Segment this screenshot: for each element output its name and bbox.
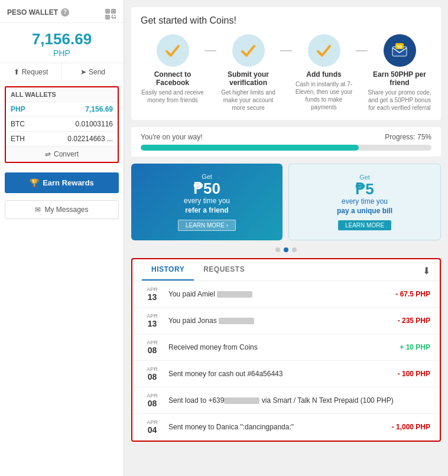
- step-add-funds-name: Add funds: [306, 70, 341, 79]
- progress-fill: [141, 145, 359, 151]
- svg-rect-4: [113, 11, 115, 12]
- promo-dot-1[interactable]: [275, 247, 280, 252]
- wallet-row-eth[interactable]: ETH 0.02214663 ...: [6, 132, 118, 146]
- all-wallets-section: ALL WALLETS PHP 7,156.69 BTC 0.01003116 …: [5, 86, 119, 163]
- history-amount-4: - 100 PHP: [398, 370, 430, 378]
- step-verification-name: Submit your verification: [216, 70, 280, 87]
- request-icon: ⬆: [14, 68, 20, 76]
- promo-get-label: Get: [202, 173, 212, 180]
- history-desc-4: Sent money for cash out #64a56443: [168, 370, 392, 378]
- wallet-header: PESO WALLET ?: [0, 0, 124, 23]
- promo-dots: [131, 247, 441, 252]
- step-add-funds-desc: Cash in instantly at 7-Eleven, then use …: [292, 80, 356, 111]
- progress-header: You're on your way! Progress: 75%: [141, 133, 431, 141]
- send-button[interactable]: ➤ Send: [62, 63, 124, 81]
- promo-dot-2[interactable]: [284, 247, 288, 252]
- promo-learn-more-button-1[interactable]: LEARN MORE ›: [178, 220, 236, 231]
- history-row-3: APR 08 Received money from Coins + 10 PH…: [132, 334, 440, 361]
- get-started-card: Get started with Coins! Connect to Faceb…: [131, 7, 441, 120]
- history-amount-2: - 235 PHP: [398, 317, 430, 325]
- step-verification-icon: [232, 34, 265, 67]
- svg-text:50: 50: [397, 45, 402, 49]
- step-facebook: Connect to Facebook Easily send and rece…: [141, 34, 204, 104]
- sidebar: PESO WALLET ? 7,156.69 PHP: [0, 0, 124, 476]
- history-desc-2: You paid Jonas: [168, 317, 392, 325]
- svg-rect-3: [107, 11, 109, 12]
- all-wallets-header: ALL WALLETS: [6, 87, 118, 102]
- wallet-val-php: 7,156.69: [85, 105, 113, 113]
- wallet-val-eth: 0.02214663 ...: [67, 135, 113, 143]
- history-row-2: APR 13 You paid Jonas - 235 PHP: [132, 308, 440, 334]
- history-amount-3: + 10 PHP: [400, 343, 430, 351]
- request-label: Request: [22, 68, 48, 76]
- promo-card-bill[interactable]: Get ₱5 every time youpay a unique bill L…: [288, 164, 441, 240]
- history-section: HISTORY REQUESTS ⬇ APR 13 You paid Amiel…: [131, 258, 441, 442]
- step-earn-desc: Share your promo code, and get a 50PHP b…: [368, 89, 431, 112]
- my-messages-button[interactable]: ✉ My Messages: [5, 200, 119, 219]
- history-desc-6: Sent money to Danica ":dancingpanda:": [168, 423, 386, 431]
- history-amount-1: - 67.5 PHP: [395, 290, 430, 298]
- promo-learn-more-button-2[interactable]: LEARN MORE: [338, 220, 391, 230]
- qr-icon[interactable]: [105, 8, 116, 20]
- main-content: Get started with Coins! Connect to Faceb…: [124, 0, 448, 476]
- request-button[interactable]: ⬆ Request: [0, 63, 62, 81]
- tab-history[interactable]: HISTORY: [142, 259, 194, 281]
- promo-card-referral[interactable]: Get ₱50 every time yourefer a friend LEA…: [131, 164, 283, 240]
- convert-icon: ⇌: [45, 150, 51, 158]
- step-add-funds: Add funds Cash in instantly at 7-Eleven,…: [292, 34, 356, 111]
- progress-percent: Progress: 75%: [385, 133, 431, 141]
- wallet-name-eth: ETH: [11, 135, 25, 143]
- history-date-3: APR 08: [142, 340, 163, 355]
- wallet-val-btc: 0.01003116: [76, 120, 113, 128]
- download-icon[interactable]: ⬇: [423, 265, 430, 276]
- step-add-funds-icon: [308, 34, 340, 67]
- earn-rewards-button[interactable]: 🏆 Earn Rewards: [5, 172, 119, 193]
- envelope-icon: ✉: [35, 206, 41, 214]
- step-verification: Submit your verification Get higher limi…: [216, 34, 280, 112]
- wallet-title-row: PESO WALLET ?: [7, 8, 116, 17]
- send-label: Send: [89, 68, 105, 76]
- step-verification-desc: Get higher limits and make your account …: [216, 89, 280, 112]
- wallet-row-btc[interactable]: BTC 0.01003116: [6, 117, 118, 132]
- step-earn-name: Earn 50PHP per friend: [368, 70, 431, 87]
- history-date-4: APR 08: [142, 366, 163, 382]
- blurred-name-2: [219, 318, 254, 324]
- wallet-actions: ⬆ Request ➤ Send: [0, 63, 124, 81]
- history-date-6: APR 04: [142, 419, 163, 435]
- wallet-currency: PHP: [0, 48, 124, 58]
- svg-rect-5: [107, 17, 109, 18]
- promo-desc-bill: every time youpay a unique bill: [337, 197, 392, 216]
- earn-rewards-label: Earn Rewards: [43, 178, 94, 187]
- promo-desc-referral: every time yourefer a friend: [184, 197, 230, 215]
- wallet-row-php[interactable]: PHP 7,156.69: [6, 102, 118, 117]
- history-amount-6: - 1,000 PHP: [392, 423, 430, 431]
- convert-button[interactable]: ⇌ Convert: [6, 146, 118, 162]
- history-row-4: APR 08 Sent money for cash out #64a56443…: [132, 361, 440, 387]
- promo-section: Get ₱50 every time yourefer a friend LEA…: [131, 164, 441, 240]
- convert-label: Convert: [54, 150, 79, 158]
- step-earn: 50 Earn 50PHP per friend Share your prom…: [368, 34, 431, 112]
- history-tabs-row: HISTORY REQUESTS ⬇: [132, 259, 440, 281]
- step-earn-icon: 50: [384, 34, 416, 67]
- history-date-1: APR 13: [142, 286, 163, 302]
- progress-track: [141, 145, 431, 151]
- history-desc-3: Received money from Coins: [168, 343, 394, 351]
- trophy-icon: 🏆: [30, 178, 39, 187]
- steps-row: Connect to Facebook Easily send and rece…: [141, 34, 431, 112]
- progress-section: You're on your way! Progress: 75%: [131, 127, 441, 157]
- promo-dot-3[interactable]: [292, 247, 297, 252]
- wallet-balance: 7,156.69 PHP: [0, 23, 124, 63]
- tab-requests[interactable]: REQUESTS: [194, 259, 254, 281]
- wallet-name-php: PHP: [11, 105, 25, 113]
- step-connector-1: [204, 50, 216, 51]
- promo-get-label-2: Get: [359, 174, 370, 181]
- step-facebook-icon: [157, 34, 189, 67]
- promo-amount-5: ₱5: [355, 181, 374, 198]
- help-icon[interactable]: ?: [61, 8, 69, 17]
- history-desc-5: Sent load to +639 via Smart / Talk N Tex…: [168, 396, 424, 405]
- wallet-amount-value: 7,156.69: [0, 30, 124, 48]
- step-facebook-name: Connect to Facebook: [141, 70, 204, 87]
- history-date-5: APR 08: [142, 393, 163, 408]
- history-row-5: APR 08 Sent load to +639 via Smart / Tal…: [132, 387, 440, 414]
- get-started-title: Get started with Coins!: [141, 15, 431, 26]
